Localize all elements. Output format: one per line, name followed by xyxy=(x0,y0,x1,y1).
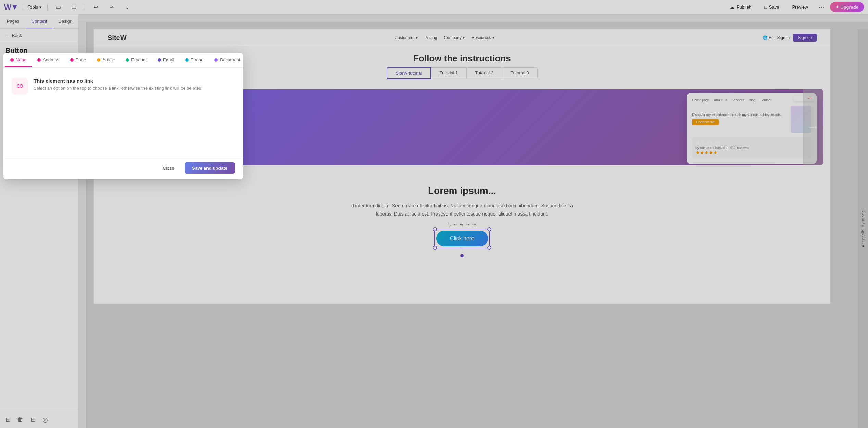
link-tab-email[interactable]: Email xyxy=(152,53,180,67)
no-link-content: This element has no link Select an optio… xyxy=(34,78,201,91)
modal-close-button[interactable]: Close xyxy=(156,163,181,173)
link-tab-address[interactable]: Address xyxy=(32,53,65,67)
modal-body: This element has no link Select an optio… xyxy=(3,68,243,157)
address-dot xyxy=(37,58,41,62)
document-dot xyxy=(214,58,218,62)
link-tab-none[interactable]: None xyxy=(5,53,32,67)
product-dot xyxy=(126,58,129,62)
link-type-tab-bar: None Address Page Article Product Email … xyxy=(3,53,243,68)
link-tab-phone[interactable]: Phone xyxy=(180,53,209,67)
phone-dot xyxy=(185,58,189,62)
modal-save-button[interactable]: Save and update xyxy=(185,162,235,174)
no-link-icon-box xyxy=(12,78,28,94)
no-link-title: This element has no link xyxy=(34,78,201,84)
link-tab-document[interactable]: Document xyxy=(209,53,243,67)
article-dot xyxy=(97,58,100,62)
modal-footer: Close Save and update xyxy=(3,157,243,179)
broken-link-icon xyxy=(15,81,25,91)
link-tab-product[interactable]: Product xyxy=(120,53,152,67)
no-link-info: This element has no link Select an optio… xyxy=(12,78,235,94)
link-modal: None Address Page Article Product Email … xyxy=(3,53,243,179)
link-tab-page[interactable]: Page xyxy=(65,53,91,67)
none-dot xyxy=(10,58,14,62)
page-dot xyxy=(70,58,74,62)
no-link-desc: Select an option on the top to choose a … xyxy=(34,86,201,91)
email-dot xyxy=(158,58,161,62)
link-tab-article[interactable]: Article xyxy=(91,53,120,67)
